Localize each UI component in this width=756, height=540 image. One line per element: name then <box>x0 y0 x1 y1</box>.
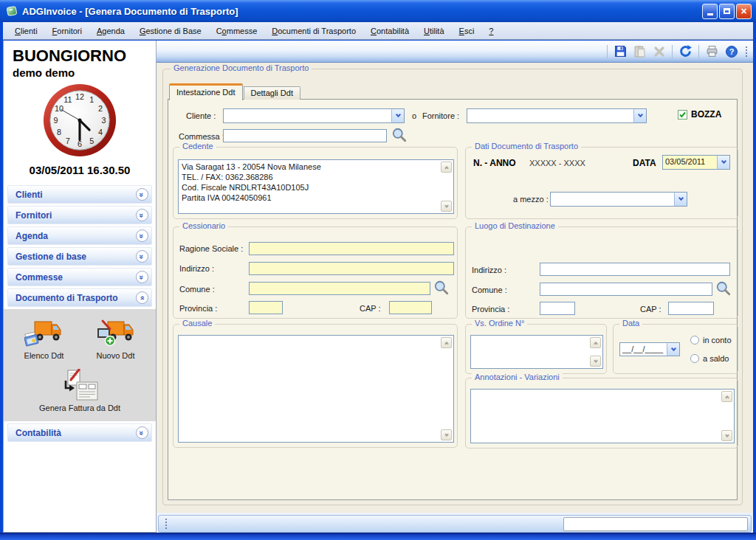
minimize-button[interactable] <box>702 4 718 19</box>
ragione-sociale-input[interactable] <box>249 242 454 255</box>
chevron-down-icon[interactable] <box>633 109 646 122</box>
menu-help[interactable]: ? <box>481 24 501 38</box>
chevron-down-icon[interactable] <box>391 109 404 122</box>
app-logo-icon <box>6 5 18 17</box>
menu-commesse[interactable]: Commesse <box>209 24 265 38</box>
vs-ordine-title: Vs. Ordine N° <box>472 319 527 328</box>
print-button[interactable] <box>704 43 721 60</box>
chevron-down-icon[interactable]: » <box>136 188 148 201</box>
sidebar-item-agenda[interactable]: Agenda » <box>7 226 152 245</box>
chevron-down-icon[interactable]: » <box>136 229 148 242</box>
menu-clienti[interactable]: Clienti <box>7 24 45 38</box>
provincia-input[interactable] <box>249 301 283 314</box>
group-title: Generazione Documento di Trasporto <box>171 63 312 72</box>
chevron-down-icon[interactable]: » <box>136 426 148 439</box>
svg-text:5: 5 <box>89 136 94 145</box>
paste-icon <box>633 45 646 58</box>
print-icon <box>706 45 718 58</box>
radio-a-saldo[interactable]: a saldo <box>690 354 729 363</box>
provincia-label: Provincia : <box>179 304 217 313</box>
menu-contabilita[interactable]: Contabilità <box>363 24 416 38</box>
sidebar-item-documento-di-trasporto[interactable]: Documento di Trasporto » <box>7 288 152 307</box>
comune-dest-search-icon[interactable] <box>715 280 732 300</box>
truck-new-icon <box>96 318 136 349</box>
svg-text:4: 4 <box>98 128 103 136</box>
statusbar-grip[interactable] <box>165 519 167 529</box>
chevron-up-icon[interactable]: » <box>136 291 148 304</box>
nuovo-ddt-button[interactable]: Nuovo Ddt <box>96 318 136 360</box>
data-datepicker-2[interactable]: __/__/____ <box>619 342 680 356</box>
elenco-ddt-button[interactable]: Elenco Ddt <box>24 318 64 360</box>
close-button[interactable]: × <box>736 4 752 19</box>
sidebar-item-clienti[interactable]: Clienti » <box>7 185 152 204</box>
genera-fattura-da-ddt-button[interactable]: Genera Fattura da Ddt <box>8 369 151 412</box>
scroll-down-button[interactable] <box>441 201 452 212</box>
delete-button[interactable] <box>650 43 667 60</box>
chevron-down-icon[interactable] <box>667 343 679 356</box>
menu-fornitori[interactable]: Fornitori <box>45 24 89 38</box>
sidebar-item-fornitori[interactable]: Fornitori » <box>7 206 152 224</box>
chevron-down-icon[interactable]: » <box>136 209 148 221</box>
toolbar-grip[interactable] <box>746 46 747 57</box>
paste-button[interactable] <box>631 43 648 60</box>
toolbar-separator <box>607 45 608 58</box>
indirizzo-input[interactable] <box>249 262 454 275</box>
vs-ordine-group: Vs. Ordine N° <box>465 324 607 374</box>
menu-gestione-di-base[interactable]: Gestione di Base <box>132 24 209 38</box>
indirizzo-dest-input[interactable] <box>540 263 730 276</box>
cliente-combobox[interactable] <box>223 108 405 123</box>
svg-text:10: 10 <box>55 104 63 113</box>
titlebar: ADGInvoice - [Genera Documento di Traspo… <box>0 0 756 22</box>
annotazioni-textarea[interactable] <box>471 390 734 443</box>
scroll-up-button[interactable] <box>721 391 732 402</box>
bozza-checkbox[interactable]: BOZZA <box>678 109 721 120</box>
cap-dest-input[interactable] <box>668 302 714 315</box>
cedente-title: Cedente <box>179 142 216 150</box>
comune-input[interactable] <box>249 282 430 295</box>
scroll-up-button[interactable] <box>441 337 452 348</box>
menu-documenti-di-trasporto[interactable]: Documenti di Trasporto <box>264 24 363 38</box>
annotazioni-group: Annotazioni - Variazioni <box>465 378 738 449</box>
intestazione-ddt-panel: Cliente : o Fornitore : <box>168 99 738 500</box>
chevron-down-icon[interactable]: » <box>136 271 148 283</box>
maximize-button[interactable] <box>719 4 735 19</box>
scroll-up-button[interactable] <box>590 337 601 348</box>
fornitore-combobox[interactable] <box>467 108 647 123</box>
scroll-down-button[interactable] <box>721 430 732 441</box>
data-datepicker[interactable]: 03/05/2011 <box>662 155 730 170</box>
tab-intestazione-ddt[interactable]: Intestazione Ddt <box>169 83 243 100</box>
commessa-search-icon[interactable] <box>391 127 408 146</box>
cedente-textarea[interactable]: Via Saragat 13 - 20054 Nova Milanese TEL… <box>179 160 453 213</box>
causale-textarea-wrap <box>178 335 454 443</box>
menu-esci[interactable]: Esci <box>452 24 482 38</box>
scroll-down-button[interactable] <box>441 429 452 440</box>
provincia-dest-input[interactable] <box>540 302 575 315</box>
a-mezzo-combobox[interactable] <box>550 192 687 207</box>
causale-textarea[interactable] <box>179 336 453 442</box>
sidebar-item-gestione-di-base[interactable]: Gestione di base » <box>7 247 152 266</box>
chevron-down-icon[interactable] <box>674 193 687 206</box>
menu-utilita[interactable]: Utilità <box>416 24 452 38</box>
menu-agenda[interactable]: Agenda <box>89 24 132 38</box>
tab-dettagli-ddt[interactable]: Dettagli Ddt <box>244 86 300 100</box>
commessa-input[interactable] <box>223 129 387 142</box>
comune-search-icon[interactable] <box>433 280 450 299</box>
statusbar-field[interactable] <box>563 517 748 531</box>
greeting-text: BUONGIORNO <box>13 46 156 66</box>
refresh-button[interactable] <box>677 43 694 60</box>
comune-dest-input[interactable] <box>540 283 712 296</box>
scroll-up-button[interactable] <box>441 162 452 173</box>
sidebar-item-contabilita[interactable]: Contabilità » <box>7 423 152 442</box>
dati-ddt-group: Dati Documento di Trasporto N. - ANNO XX… <box>465 147 738 219</box>
vs-ordine-textarea[interactable] <box>471 336 602 368</box>
svg-text:12: 12 <box>75 92 84 101</box>
sidebar-item-commesse[interactable]: Commesse » <box>7 268 152 286</box>
datetime-text: 03/05/2011 16.30.50 <box>4 164 156 176</box>
chevron-down-icon[interactable]: » <box>136 250 148 263</box>
help-button[interactable]: ? <box>723 43 740 60</box>
radio-in-conto[interactable]: in conto <box>690 336 732 345</box>
save-button[interactable] <box>612 43 629 60</box>
chevron-down-icon[interactable] <box>717 156 729 169</box>
cap-input[interactable] <box>389 301 432 314</box>
scroll-down-button[interactable] <box>590 356 601 367</box>
